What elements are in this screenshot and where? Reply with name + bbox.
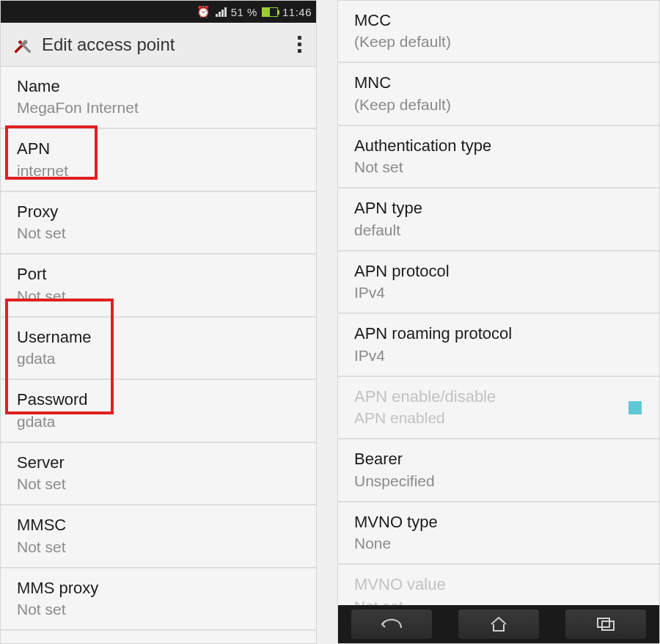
recent-apps-button[interactable]	[565, 610, 646, 639]
home-button[interactable]	[458, 610, 539, 639]
row-value: Unspecified	[354, 472, 643, 489]
row-value: Not set	[354, 158, 643, 175]
row-label: MMS port	[17, 641, 300, 643]
settings-list-left: Name MegaFon Internet APN internet Proxy…	[1, 67, 316, 643]
row-label: APN protocol	[354, 262, 643, 281]
row-value: Not set	[354, 598, 643, 605]
overflow-menu-button[interactable]	[295, 33, 304, 56]
row-apn-roaming-protocol[interactable]: APN roaming protocol IPv4	[338, 314, 659, 376]
row-label: Authentication type	[354, 136, 643, 155]
row-value: Not set	[17, 538, 300, 555]
battery-icon	[262, 7, 278, 17]
svg-point-0	[23, 40, 28, 44]
row-label: MVNO value	[354, 575, 643, 594]
row-apn[interactable]: APN internet	[1, 129, 316, 191]
battery-text: 51 %	[231, 6, 257, 18]
row-value: default	[354, 222, 643, 238]
svg-point-1	[18, 40, 22, 44]
row-value: Not set	[17, 601, 300, 618]
tools-icon	[12, 34, 33, 55]
row-label: Password	[17, 390, 300, 409]
signal-icon	[216, 7, 227, 17]
row-label: APN enable/disable	[354, 387, 643, 406]
row-value: APN enabled	[354, 409, 643, 426]
row-password[interactable]: Password gdata	[1, 380, 316, 442]
row-apn-type[interactable]: APN type default	[338, 189, 659, 251]
row-label: Server	[17, 453, 300, 472]
row-bearer[interactable]: Bearer Unspecified	[338, 439, 659, 502]
row-apn-enable: APN enable/disable APN enabled	[338, 377, 659, 439]
left-screenshot: ⏰ 51 % 11:46 Edit access point Name Mega…	[0, 0, 317, 644]
row-mvno-value: MVNO value Not set	[338, 565, 659, 605]
row-value: Not set	[17, 224, 300, 241]
row-auth-type[interactable]: Authentication type Not set	[338, 126, 659, 189]
row-label: MMSC	[17, 516, 300, 535]
title-bar: Edit access point	[1, 23, 316, 67]
row-label: MNC	[354, 73, 643, 92]
alarm-icon: ⏰	[197, 5, 211, 18]
row-value: internet	[17, 162, 300, 179]
right-screenshot: MCC (Keep default) MNC (Keep default) Au…	[337, 0, 660, 644]
row-mvno-type[interactable]: MVNO type None	[338, 502, 659, 565]
row-value: gdata	[17, 350, 300, 367]
row-label: MVNO type	[354, 513, 643, 532]
row-mms-port[interactable]: MMS port Not set	[1, 631, 316, 643]
row-username[interactable]: Username gdata	[1, 318, 316, 380]
row-mcc[interactable]: MCC (Keep default)	[338, 1, 659, 63]
row-value: IPv4	[354, 347, 643, 364]
row-proxy[interactable]: Proxy Not set	[1, 192, 316, 255]
row-value: Not set	[17, 288, 300, 304]
row-label: APN type	[354, 199, 643, 218]
navigation-bar	[338, 605, 659, 643]
status-time: 11:46	[282, 6, 312, 18]
svg-rect-3	[602, 621, 614, 630]
page-title: Edit access point	[42, 34, 295, 55]
row-label: MMS proxy	[17, 579, 300, 598]
row-value: Not set	[17, 475, 300, 492]
row-apn-protocol[interactable]: APN protocol IPv4	[338, 252, 659, 314]
apn-enable-checkbox	[628, 401, 642, 414]
row-value: gdata	[17, 413, 300, 430]
row-value: IPv4	[354, 284, 643, 301]
row-label: MCC	[354, 11, 643, 30]
settings-list-right: MCC (Keep default) MNC (Keep default) Au…	[338, 1, 659, 605]
row-label: APN	[17, 139, 300, 158]
status-bar: ⏰ 51 % 11:46	[1, 1, 316, 23]
row-port[interactable]: Port Not set	[1, 255, 316, 317]
row-label: Username	[17, 328, 300, 347]
svg-rect-2	[598, 618, 609, 627]
row-label: Name	[17, 77, 300, 96]
row-value: MegaFon Internet	[17, 99, 300, 116]
row-mms-proxy[interactable]: MMS proxy Not set	[1, 568, 316, 631]
row-server[interactable]: Server Not set	[1, 443, 316, 505]
row-mmsc[interactable]: MMSC Not set	[1, 505, 316, 568]
row-label: APN roaming protocol	[354, 324, 643, 343]
row-mnc[interactable]: MNC (Keep default)	[338, 63, 659, 125]
row-name[interactable]: Name MegaFon Internet	[1, 67, 316, 129]
row-label: Proxy	[17, 202, 300, 222]
row-value: (Keep default)	[354, 33, 643, 50]
row-value: None	[354, 535, 643, 552]
row-value: (Keep default)	[354, 96, 643, 113]
row-label: Bearer	[354, 450, 643, 469]
row-label: Port	[17, 265, 300, 284]
back-button[interactable]	[351, 610, 432, 639]
